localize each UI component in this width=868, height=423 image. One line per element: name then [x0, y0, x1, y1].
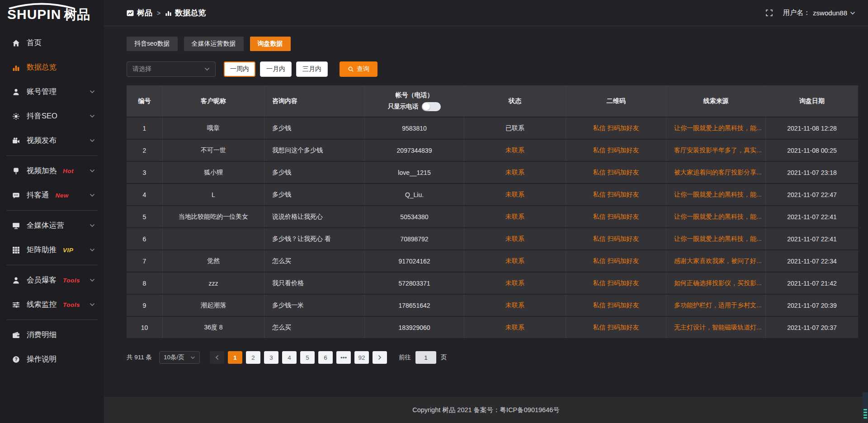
cell-date: 2021-11-07 22:41 [766, 206, 858, 227]
cell-status: 未联系 [464, 228, 566, 249]
breadcrumb-current[interactable]: 数据总览 [165, 8, 206, 18]
sidebar-item-overview[interactable]: 数据总览 [0, 55, 104, 80]
page-button[interactable]: 3 [264, 351, 278, 364]
page-size-select[interactable]: 10条/页 [159, 351, 200, 364]
chevron-down-icon [90, 114, 95, 118]
fullscreen-icon[interactable] [765, 9, 773, 17]
tab-1[interactable]: 全媒体运营数据 [184, 37, 244, 51]
sidebar-item-media[interactable]: 全媒体运营 [0, 213, 104, 238]
cell-source-link[interactable]: 让你一眼就爱上的黑科技，能... [666, 228, 766, 249]
range-button-0[interactable]: 一周内 [224, 61, 255, 77]
cell-source-link[interactable]: 多功能护栏灯，适用于乡村文... [666, 295, 766, 316]
page-button[interactable]: 92 [354, 351, 369, 364]
query-button[interactable]: 查询 [340, 61, 377, 77]
sidebar-item-help[interactable]: ? 操作说明 [0, 347, 104, 371]
sidebar-item-label: 消费明细 [27, 330, 57, 340]
cell-source-link[interactable]: 让你一眼就爱上的黑科技，能... [666, 206, 766, 227]
chevron-down-icon [90, 278, 95, 282]
page-button[interactable]: 5 [300, 351, 315, 364]
table-row: 2 不可一世 我想问这个多少钱 2097344839 未联系 私信 扫码加好友 … [127, 139, 858, 161]
cell-qrcode-link[interactable]: 私信 扫码加好友 [566, 228, 666, 249]
cell-source-link[interactable]: 让你一眼就爱上的黑科技，能... [666, 184, 766, 205]
page-ellipsis-button[interactable]: ••• [336, 351, 351, 364]
home-icon [12, 39, 20, 47]
range-button-2[interactable]: 三月内 [296, 61, 328, 77]
breadcrumb-home[interactable]: 树品 [127, 8, 152, 18]
cell-source-link[interactable]: 让你一眼就爱上的黑科技，能... [666, 118, 766, 139]
sidebar-menu: 首页 数据总览 账号管理 抖音SEO 视频发布 视频加热 Hot [0, 29, 104, 371]
cell-date: 2021-11-07 22:41 [766, 228, 858, 249]
cell-date: 2021-11-07 22:34 [766, 250, 858, 272]
sidebar-item-badge: New [56, 192, 69, 199]
divider [6, 265, 98, 265]
next-page-button[interactable] [373, 351, 387, 364]
cell-source-link[interactable]: 被大家追着问的客厅投影分享... [666, 162, 766, 183]
cell-no: 1 [127, 118, 163, 139]
sidebar-item-matrix[interactable]: 矩阵助推 VIP [0, 238, 104, 262]
monitor-icon [12, 221, 20, 230]
page-button[interactable]: 6 [318, 351, 333, 364]
user-menu[interactable]: 用户名：zswodun88 [783, 9, 855, 17]
sidebar-item-publish[interactable]: 视频发布 [0, 128, 104, 153]
cell-nickname: 36度 8 [163, 317, 264, 338]
cell-account: 2097344839 [365, 140, 464, 161]
cell-date: 2021-11-08 12:28 [766, 118, 858, 139]
page-button[interactable]: 2 [246, 351, 260, 364]
inquiry-table: 编号 客户昵称 咨询内容 帐号（电话） 只显示电话 状态 二维码 线索来源 询盘… [127, 85, 858, 338]
filter-select[interactable]: 请选择 [127, 61, 216, 77]
cell-account: 183929060 [365, 317, 464, 338]
cell-status: 已联系 [464, 118, 566, 139]
tab-0[interactable]: 抖音seo数据 [127, 37, 178, 51]
cell-source-link[interactable]: 感谢大家喜欢我家，被问了好... [666, 250, 766, 272]
phone-toggle-label: 只显示电话 [388, 103, 419, 111]
page-button[interactable]: 4 [282, 351, 297, 364]
cell-source-link[interactable]: 无主灯设计，智能磁吸轨道灯... [666, 317, 766, 338]
sidebar-item-seo[interactable]: 抖音SEO [0, 104, 104, 128]
sidebar-item-member[interactable]: 会员爆客 Tools [0, 268, 104, 292]
cell-qrcode-link[interactable]: 私信 扫码加好友 [566, 295, 666, 316]
chevron-down-icon [90, 248, 95, 252]
page-button-active[interactable]: 1 [228, 351, 242, 364]
table-row: 1 哦章 多少钱 9583810 已联系 私信 扫码加好友 让你一眼就爱上的黑科… [127, 117, 858, 139]
cell-nickname: 当地比较能吃的一位美女 [163, 206, 264, 227]
sidebar-item-home[interactable]: 首页 [0, 31, 104, 55]
cell-status: 未联系 [464, 206, 566, 227]
cell-qrcode-link[interactable]: 私信 扫码加好友 [566, 162, 666, 183]
sidebar-item-badge: Hot [63, 168, 74, 174]
data-tabs: 抖音seo数据全媒体运营数据询盘数据 [127, 37, 868, 51]
tab-2[interactable]: 询盘数据 [250, 37, 291, 51]
chevron-down-icon [90, 169, 95, 173]
sliders-icon [12, 301, 20, 309]
sidebar-item-heat[interactable]: 视频加热 Hot [0, 159, 104, 183]
range-button-1[interactable]: 一月内 [260, 61, 292, 77]
goto-page-input[interactable] [415, 351, 436, 364]
prev-page-button[interactable] [210, 351, 224, 364]
goto-unit: 页 [441, 353, 447, 362]
sidebar-item-account[interactable]: 账号管理 [0, 80, 104, 104]
col-header-content: 咨询内容 [264, 85, 365, 117]
floating-widget[interactable] [863, 392, 868, 420]
cell-source-link[interactable]: 客厅安装投影半年多了，真实... [666, 140, 766, 161]
gear-icon [12, 112, 20, 120]
cell-qrcode-link[interactable]: 私信 扫码加好友 [566, 206, 666, 227]
cell-nickname: 狐小狸 [163, 162, 264, 183]
sidebar-item-label: 抖音SEO [27, 111, 57, 121]
sidebar-item-douketong[interactable]: 抖客通 New [0, 183, 104, 207]
cell-qrcode-link[interactable]: 私信 扫码加好友 [566, 118, 666, 139]
phone-only-toggle[interactable] [422, 102, 441, 111]
breadcrumb: 树品 > 数据总览 [127, 8, 206, 18]
cell-source-link[interactable]: 如何正确选择投影仪，买投影... [666, 273, 766, 294]
cell-qrcode-link[interactable]: 私信 扫码加好友 [566, 317, 666, 338]
bar-chart-icon [165, 9, 172, 16]
cell-qrcode-link[interactable]: 私信 扫码加好友 [566, 184, 666, 205]
cell-qrcode-link[interactable]: 私信 扫码加好友 [566, 140, 666, 161]
table-row: 4 L 多少钱 Q_Liu. 未联系 私信 扫码加好友 让你一眼就爱上的黑科技，… [127, 183, 858, 205]
cell-qrcode-link[interactable]: 私信 扫码加好友 [566, 250, 666, 272]
cell-qrcode-link[interactable]: 私信 扫码加好友 [566, 273, 666, 294]
sidebar-item-expense[interactable]: 消费明细 [0, 323, 104, 347]
table-row: 8 zzz 我只看价格 572803371 未联系 私信 扫码加好友 如何正确选… [127, 272, 858, 294]
chevron-left-icon [215, 355, 219, 360]
cell-no: 4 [127, 184, 163, 205]
grid-icon [12, 246, 20, 254]
sidebar-item-clue[interactable]: 线索监控 Tools [0, 292, 104, 317]
